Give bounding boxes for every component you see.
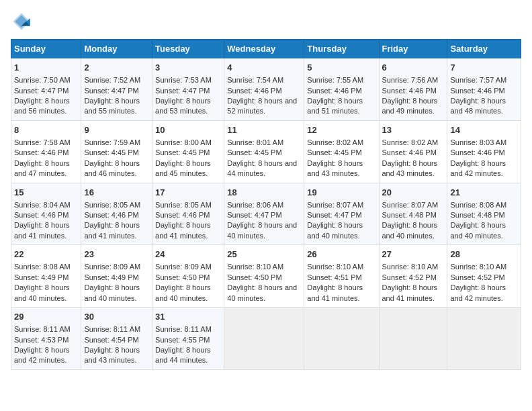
calendar-cell: 31Sunrise: 8:11 AMSunset: 4:55 PMDayligh… (152, 308, 224, 370)
sunset-text: Sunset: 4:46 PM (382, 87, 437, 95)
day-number: 28 (450, 248, 518, 261)
col-header-thursday: Thursday (304, 40, 379, 58)
daylight-text: Daylight: 8 hours and 49 minutes. (382, 97, 438, 115)
daylight-text: Daylight: 8 hours and 40 minutes. (307, 221, 363, 239)
sunset-text: Sunset: 4:48 PM (450, 211, 504, 219)
daylight-text: Daylight: 8 hours and 53 minutes. (155, 97, 211, 115)
sunrise-text: Sunrise: 8:11 AM (84, 325, 140, 333)
sunset-text: Sunset: 4:47 PM (227, 211, 281, 219)
calendar-cell: 29Sunrise: 8:11 AMSunset: 4:53 PMDayligh… (11, 308, 81, 370)
daylight-text: Daylight: 8 hours and 56 minutes. (14, 97, 70, 115)
calendar-cell: 21Sunrise: 8:08 AMSunset: 4:48 PMDayligh… (447, 183, 521, 245)
day-number: 3 (155, 62, 221, 74)
calendar-table: SundayMondayTuesdayWednesdayThursdayFrid… (11, 39, 521, 370)
sunrise-text: Sunrise: 8:05 AM (155, 201, 212, 209)
daylight-text: Daylight: 8 hours and 48 minutes. (450, 97, 506, 115)
daylight-text: Daylight: 8 hours and 40 minutes. (450, 221, 506, 239)
sunset-text: Sunset: 4:45 PM (155, 148, 210, 156)
col-header-saturday: Saturday (447, 40, 521, 58)
day-number: 8 (14, 124, 78, 136)
daylight-text: Daylight: 8 hours and 44 minutes. (227, 159, 297, 177)
calendar-cell: 20Sunrise: 8:07 AMSunset: 4:48 PMDayligh… (379, 183, 447, 245)
col-header-wednesday: Wednesday (224, 40, 304, 58)
calendar-cell: 3Sunrise: 7:53 AMSunset: 4:47 PMDaylight… (152, 58, 224, 121)
day-number: 20 (382, 187, 445, 199)
calendar-cell (224, 308, 304, 370)
sunrise-text: Sunrise: 7:57 AM (450, 76, 506, 84)
calendar-cell: 5Sunrise: 7:55 AMSunset: 4:46 PMDaylight… (304, 58, 379, 121)
sunrise-text: Sunrise: 7:59 AM (84, 138, 140, 146)
calendar-cell: 11Sunrise: 8:01 AMSunset: 4:45 PMDayligh… (224, 120, 304, 183)
daylight-text: Daylight: 8 hours and 41 minutes. (382, 283, 438, 302)
sunset-text: Sunset: 4:46 PM (307, 87, 361, 95)
sunset-text: Sunset: 4:50 PM (155, 273, 210, 281)
daylight-text: Daylight: 8 hours and 41 minutes. (14, 221, 70, 239)
week-row-5: 29Sunrise: 8:11 AMSunset: 4:53 PMDayligh… (11, 308, 521, 370)
day-number: 5 (307, 62, 375, 74)
sunset-text: Sunset: 4:54 PM (84, 336, 138, 344)
day-number: 6 (382, 62, 445, 74)
col-header-sunday: Sunday (11, 40, 81, 58)
day-number: 24 (155, 248, 221, 261)
sunrise-text: Sunrise: 8:09 AM (155, 263, 212, 271)
sunrise-text: Sunrise: 8:03 AM (450, 138, 506, 146)
sunrise-text: Sunrise: 8:11 AM (14, 325, 71, 333)
daylight-text: Daylight: 8 hours and 43 minutes. (307, 159, 363, 177)
calendar-cell (304, 308, 379, 370)
calendar-cell: 30Sunrise: 8:11 AMSunset: 4:54 PMDayligh… (81, 308, 152, 370)
sunrise-text: Sunrise: 7:52 AM (84, 76, 140, 84)
logo-icon (11, 11, 32, 32)
sunset-text: Sunset: 4:55 PM (155, 336, 210, 344)
sunrise-text: Sunrise: 7:54 AM (227, 76, 283, 84)
calendar-cell: 2Sunrise: 7:52 AMSunset: 4:47 PMDaylight… (81, 58, 152, 121)
calendar-cell: 6Sunrise: 7:56 AMSunset: 4:46 PMDaylight… (379, 58, 447, 121)
day-number: 10 (155, 124, 221, 136)
day-number: 31 (155, 311, 221, 323)
daylight-text: Daylight: 8 hours and 46 minutes. (84, 159, 140, 177)
day-number: 12 (307, 124, 375, 136)
sunrise-text: Sunrise: 8:10 AM (227, 263, 283, 271)
daylight-text: Daylight: 8 hours and 42 minutes. (14, 346, 70, 364)
sunrise-text: Sunrise: 8:02 AM (307, 138, 363, 146)
sunrise-text: Sunrise: 8:10 AM (382, 263, 439, 271)
sunset-text: Sunset: 4:45 PM (227, 148, 281, 156)
sunset-text: Sunset: 4:49 PM (84, 273, 138, 281)
logo (11, 11, 35, 32)
sunset-text: Sunset: 4:52 PM (382, 273, 437, 281)
day-number: 29 (14, 311, 78, 323)
sunset-text: Sunset: 4:48 PM (382, 211, 437, 219)
day-number: 30 (84, 311, 149, 323)
calendar-cell: 15Sunrise: 8:04 AMSunset: 4:46 PMDayligh… (11, 183, 81, 245)
week-row-2: 8Sunrise: 7:58 AMSunset: 4:46 PMDaylight… (11, 120, 521, 183)
calendar-cell (447, 308, 521, 370)
calendar-cell: 4Sunrise: 7:54 AMSunset: 4:46 PMDaylight… (224, 58, 304, 121)
calendar-cell: 1Sunrise: 7:50 AMSunset: 4:47 PMDaylight… (11, 58, 81, 121)
day-number: 15 (14, 187, 78, 199)
calendar-cell: 24Sunrise: 8:09 AMSunset: 4:50 PMDayligh… (152, 245, 224, 308)
day-number: 2 (84, 62, 149, 74)
daylight-text: Daylight: 8 hours and 43 minutes. (84, 346, 140, 364)
calendar-cell (379, 308, 447, 370)
sunrise-text: Sunrise: 7:56 AM (382, 76, 439, 84)
sunset-text: Sunset: 4:45 PM (84, 148, 138, 156)
day-number: 9 (84, 124, 149, 136)
daylight-text: Daylight: 8 hours and 42 minutes. (450, 283, 506, 302)
calendar-cell: 17Sunrise: 8:05 AMSunset: 4:46 PMDayligh… (152, 183, 224, 245)
daylight-text: Daylight: 8 hours and 47 minutes. (14, 159, 70, 177)
daylight-text: Daylight: 8 hours and 45 minutes. (155, 159, 211, 177)
sunrise-text: Sunrise: 8:08 AM (450, 201, 506, 209)
svg-marker-1 (15, 15, 28, 28)
week-row-3: 15Sunrise: 8:04 AMSunset: 4:46 PMDayligh… (11, 183, 521, 245)
sunset-text: Sunset: 4:52 PM (450, 273, 504, 281)
sunrise-text: Sunrise: 8:11 AM (155, 325, 212, 333)
calendar-cell: 16Sunrise: 8:05 AMSunset: 4:46 PMDayligh… (81, 183, 152, 245)
daylight-text: Daylight: 8 hours and 41 minutes. (84, 221, 140, 239)
sunset-text: Sunset: 4:46 PM (450, 87, 504, 95)
sunrise-text: Sunrise: 7:58 AM (14, 138, 71, 146)
sunset-text: Sunset: 4:51 PM (307, 273, 361, 281)
calendar-cell: 25Sunrise: 8:10 AMSunset: 4:50 PMDayligh… (224, 245, 304, 308)
sunset-text: Sunset: 4:46 PM (450, 148, 504, 156)
daylight-text: Daylight: 8 hours and 51 minutes. (307, 97, 363, 115)
sunrise-text: Sunrise: 7:53 AM (155, 76, 212, 84)
calendar-cell: 22Sunrise: 8:08 AMSunset: 4:49 PMDayligh… (11, 245, 81, 308)
